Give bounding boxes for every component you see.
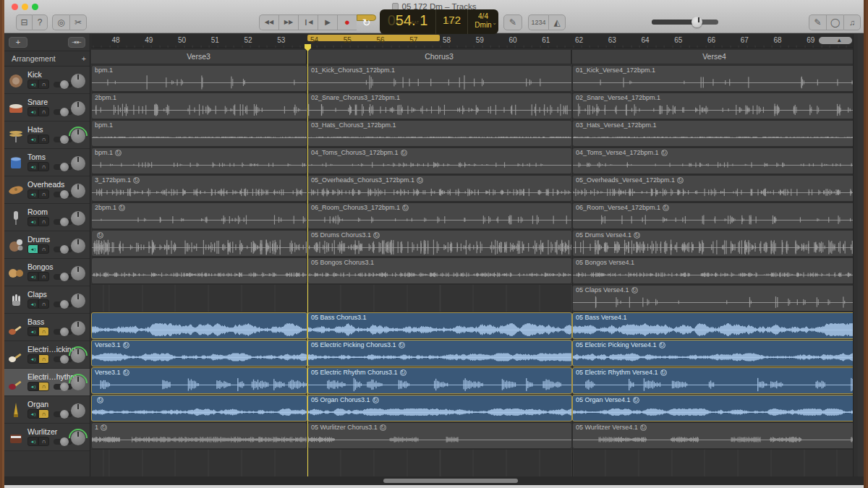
volume-knob[interactable] [60, 328, 69, 336]
mute-button[interactable]: ◄) [27, 162, 38, 171]
arrangement-track-header[interactable]: Arrangement + [4, 51, 90, 67]
smart-controls-button[interactable]: ◎ [52, 14, 69, 30]
pan-knob[interactable] [71, 101, 85, 116]
mute-button[interactable]: ◄) [27, 244, 38, 254]
region-verse3[interactable]: bpm.1 [91, 120, 307, 147]
region-chorus3[interactable]: 01_Kick_Chorus3_172bpm.1 [307, 65, 572, 92]
solo-button[interactable]: ∩ [38, 272, 49, 281]
volume-slider[interactable] [54, 301, 72, 307]
track-header-hats[interactable]: Hats◄)∩ [4, 121, 90, 149]
notepad-button[interactable]: ✎ [809, 14, 826, 30]
zoom-slider-thumb[interactable]: ▴ [838, 36, 841, 44]
play-button[interactable]: ▶ [318, 14, 337, 30]
pan-knob[interactable] [71, 74, 85, 88]
volume-slider[interactable] [54, 219, 72, 225]
mute-button[interactable]: ◄) [27, 409, 38, 419]
count-in-button[interactable]: 1234 [528, 14, 548, 30]
arrangement-marker-verse3[interactable]: Verse3 [91, 50, 307, 64]
volume-knob[interactable] [60, 163, 69, 171]
pan-knob[interactable] [71, 266, 85, 281]
pan-knob[interactable] [71, 321, 85, 335]
library-button[interactable]: ⊟ [16, 14, 32, 30]
region-verse3[interactable] [91, 312, 307, 339]
arrangement-marker-chorus3[interactable]: Chorus3 [307, 50, 572, 64]
volume-knob[interactable] [60, 437, 69, 446]
bar-ruler[interactable]: 4849505152535455565758596061626364656667… [91, 34, 858, 48]
pan-knob[interactable] [71, 403, 85, 418]
waveform-zoom-slider[interactable]: ▴ [819, 37, 852, 44]
pan-knob[interactable] [71, 431, 85, 445]
tuner-button[interactable]: ✎ [503, 14, 522, 30]
track-header-bongos[interactable]: Bongos◄)∩ [4, 259, 90, 286]
track-header-organ[interactable]: Organ◄)∩ [4, 396, 90, 424]
chevron-down-icon[interactable]: ⌄ [492, 19, 497, 27]
mute-button[interactable]: ◄) [27, 354, 38, 364]
solo-button[interactable]: ∩ [38, 382, 49, 391]
volume-slider[interactable] [54, 109, 72, 115]
mute-button[interactable]: ◄) [27, 134, 38, 144]
vertical-scrollbar[interactable] [853, 34, 858, 476]
track-header-bass[interactable]: Bass◄)∩ [4, 314, 90, 341]
mute-button[interactable]: ◄) [27, 327, 38, 336]
region-chorus3[interactable]: 02_Snare_Chorus3_172bpm.1 [307, 93, 572, 119]
region-verse3[interactable]: Verse3.1↻ [91, 367, 307, 394]
editors-button[interactable]: ✂ [69, 14, 87, 30]
region-verse3[interactable]: 2bpm.1↻ [91, 202, 307, 229]
region-chorus3[interactable]: 05_Overheads_Chorus3_172bpm.1↻ [307, 175, 572, 202]
solo-button[interactable]: ∩ [38, 189, 49, 199]
volume-knob[interactable] [60, 273, 69, 281]
region-verse3[interactable] [91, 257, 307, 284]
add-track-button[interactable]: + [9, 37, 27, 48]
horizontal-scrollbar-thumb[interactable] [383, 479, 518, 483]
volume-slider[interactable] [54, 192, 72, 197]
track-header-wurlitzer[interactable]: Wurlitzer◄)∩ [4, 424, 90, 451]
volume-slider[interactable] [54, 274, 72, 280]
track-header-overheads[interactable]: Overheads◄)∩ [4, 176, 90, 204]
solo-button[interactable]: ∩ [38, 107, 49, 116]
track-header-electri-hythm[interactable]: Electri…hythm◄)∩ [4, 369, 90, 396]
region-verse3[interactable]: 2bpm.1 [91, 93, 307, 119]
region-verse3[interactable]: Verse3.1↻ [91, 340, 307, 367]
horizontal-scrollbar[interactable] [4, 476, 864, 485]
solo-button[interactable]: ∩ [38, 299, 49, 309]
region-verse4[interactable]: 02_Snare_Verse4_172bpm.1 [572, 93, 858, 119]
solo-button[interactable]: ∩ [38, 80, 49, 89]
region-chorus3[interactable]: 06_Room_Chorus3_172bpm.1↻ [307, 202, 572, 229]
track-header-drums[interactable]: Drums◄)∩ [4, 231, 90, 259]
lcd-display[interactable]: 054. 1 BAR BEAT 172 TEMPO 4/4 Dmin ⌄ [380, 9, 498, 34]
pan-knob[interactable] [71, 184, 85, 198]
region-verse4[interactable]: 05 Electric Rhythm Verse4.1↻ [572, 367, 858, 394]
pan-knob[interactable] [71, 348, 85, 363]
region-verse4[interactable]: 05 Claps Verse4.1↻ [572, 285, 858, 312]
volume-slider[interactable] [54, 329, 72, 335]
region-verse4[interactable]: 01_Kick_Verse4_172bpm.1 [572, 65, 858, 92]
fit-zoom-button[interactable]: ⇥⇤ [68, 37, 85, 48]
solo-button[interactable]: ∩ [38, 244, 49, 254]
mute-button[interactable]: ◄) [27, 107, 38, 116]
mute-button[interactable]: ◄) [27, 189, 38, 199]
region-chorus3[interactable]: 05 Drums Chorus3.1↻ [307, 230, 572, 257]
mute-button[interactable]: ◄) [27, 80, 38, 89]
region-verse4[interactable]: 05 Electric Picking Verse4.1↻ [572, 340, 858, 367]
volume-knob[interactable] [60, 80, 69, 89]
region-verse4[interactable]: 05 Bongos Verse4.1 [572, 257, 858, 284]
volume-knob[interactable] [60, 245, 69, 254]
pan-knob[interactable] [71, 156, 85, 171]
master-volume-slider[interactable] [652, 20, 718, 25]
track-header-toms[interactable]: Toms◄)∩ [4, 149, 90, 176]
volume-knob[interactable] [60, 108, 69, 116]
volume-slider[interactable] [54, 82, 72, 87]
volume-knob[interactable] [60, 300, 69, 309]
region-verse4[interactable]: 05_Overheads_Verse4_172bpm.1↻ [572, 175, 858, 202]
region-chorus3[interactable]: 04_Toms_Chorus3_172bpm.1↻ [307, 147, 572, 174]
region-verse4[interactable]: 05 Drums Verse4.1↻ [572, 230, 858, 257]
add-arrangement-marker-button[interactable]: + [82, 51, 86, 66]
pan-knob[interactable] [71, 376, 85, 390]
region-verse3[interactable]: bpm.1↻ [91, 147, 307, 174]
volume-slider[interactable] [54, 411, 72, 417]
rewind-button[interactable]: ◀◀ [259, 14, 278, 30]
solo-button[interactable]: ∩ [38, 354, 49, 364]
cycle-button[interactable]: ↻ [357, 14, 376, 21]
solo-button[interactable]: ∩ [38, 437, 49, 446]
solo-button[interactable]: ∩ [38, 409, 49, 419]
